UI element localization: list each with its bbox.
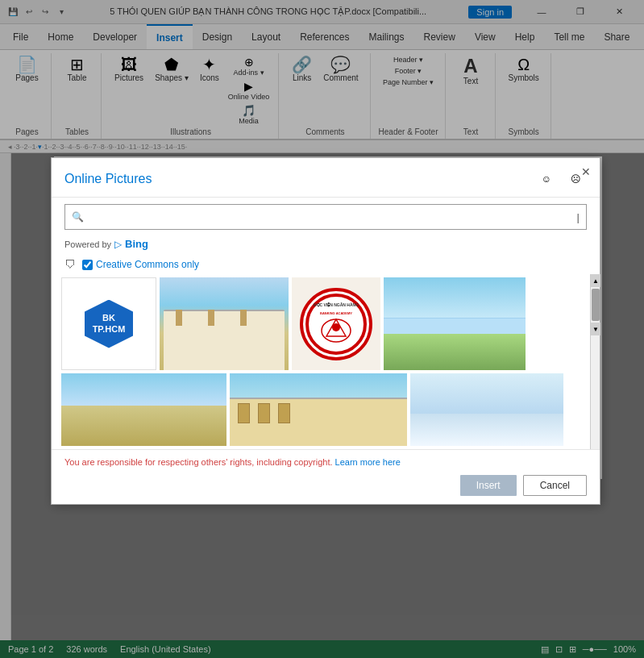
academy-logo-circle: HỌC VIỆN NGÂN HÀNG BANKING ACADEMY: [300, 288, 372, 360]
creative-commons-checkbox[interactable]: [82, 260, 93, 270]
thumbs-up-icon: ☺: [542, 173, 551, 185]
scrollbar-up-button[interactable]: ▲: [591, 274, 600, 287]
modal-footer: You are responsible for respecting other…: [52, 449, 600, 504]
svg-point-5: [332, 323, 340, 331]
footer-main-text: You are responsible for respecting other…: [64, 457, 335, 467]
svg-text:HỌC VIỆN NGÂN HÀNG: HỌC VIỆN NGÂN HÀNG: [314, 302, 359, 307]
scrollbar-thumb[interactable]: [592, 289, 600, 321]
bk-hexagon: BKTP.HCM: [85, 300, 133, 348]
search-input[interactable]: [89, 211, 572, 223]
image-sky-water[interactable]: [384, 277, 526, 370]
modal-images-container: BKTP.HCM HỌC VIỆN NGÂN HÀNG BANKING ACAD…: [52, 274, 600, 449]
bing-label: Bing: [125, 238, 148, 250]
modal-header: Online Pictures ☺ ☹ ✕: [52, 158, 600, 198]
filter-icon: ⛉: [64, 258, 76, 271]
image-row-1: BKTP.HCM HỌC VIỆN NGÂN HÀNG BANKING ACAD…: [61, 277, 590, 370]
image-bk-logo[interactable]: BKTP.HCM: [61, 277, 156, 370]
thumbs-up-button[interactable]: ☺: [535, 168, 558, 190]
image-banking-academy[interactable]: HỌC VIỆN NGÂN HÀNG BANKING ACADEMY: [292, 277, 380, 370]
image-scrollbar[interactable]: ▲ ▼: [590, 274, 600, 449]
search-box[interactable]: 🔍 |: [64, 204, 587, 230]
scrollbar-down-button[interactable]: ▼: [591, 323, 600, 335]
image-field[interactable]: [61, 373, 226, 446]
powered-by-label: Powered by: [64, 239, 111, 249]
powered-by-bing: Powered by ▷ Bing: [52, 236, 600, 255]
svg-text:BANKING ACADEMY: BANKING ACADEMY: [320, 311, 352, 315]
search-cursor: |: [577, 211, 580, 223]
creative-commons-label[interactable]: Creative Commons only: [96, 259, 199, 270]
image-clouds[interactable]: [410, 373, 563, 446]
footer-rights-text: You are responsible for respecting other…: [64, 456, 587, 469]
image-building-1[interactable]: [160, 277, 289, 370]
insert-button[interactable]: Insert: [460, 475, 517, 496]
modal-footer-actions: Insert Cancel: [64, 475, 587, 496]
online-pictures-modal: Online Pictures ☺ ☹ ✕ 🔍 | Powered by ▷ B…: [51, 157, 600, 505]
creative-commons-checkbox-group[interactable]: Creative Commons only: [82, 259, 199, 270]
cancel-button[interactable]: Cancel: [523, 475, 587, 496]
image-row-2: [61, 373, 590, 446]
learn-more-link[interactable]: Learn more here: [335, 457, 401, 467]
modal-filter-bar: ⛉ Creative Commons only: [52, 255, 600, 274]
search-icon: 🔍: [72, 211, 84, 223]
modal-search-area: 🔍 |: [52, 198, 600, 236]
modal-title: Online Pictures: [64, 172, 535, 186]
bing-logo-icon: ▷: [114, 239, 122, 250]
modal-close-button[interactable]: ✕: [577, 163, 595, 181]
image-school-2[interactable]: [230, 373, 407, 446]
